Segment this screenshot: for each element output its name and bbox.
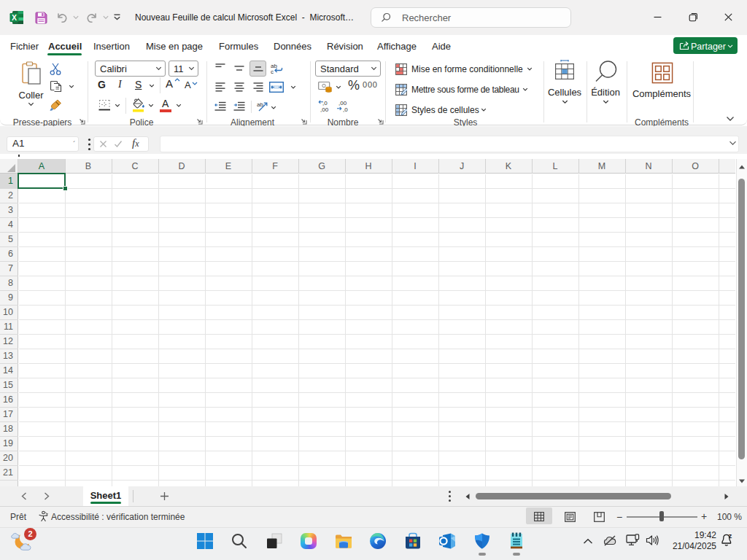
svg-text:c: c — [271, 69, 274, 75]
svg-text:X: X — [12, 13, 17, 22]
svg-text:,0: ,0 — [322, 100, 328, 106]
svg-text:z: z — [729, 532, 732, 540]
svg-text:,0: ,0 — [343, 106, 348, 113]
svg-text:,00: ,00 — [338, 100, 347, 106]
svg-text:,00: ,00 — [320, 106, 329, 113]
